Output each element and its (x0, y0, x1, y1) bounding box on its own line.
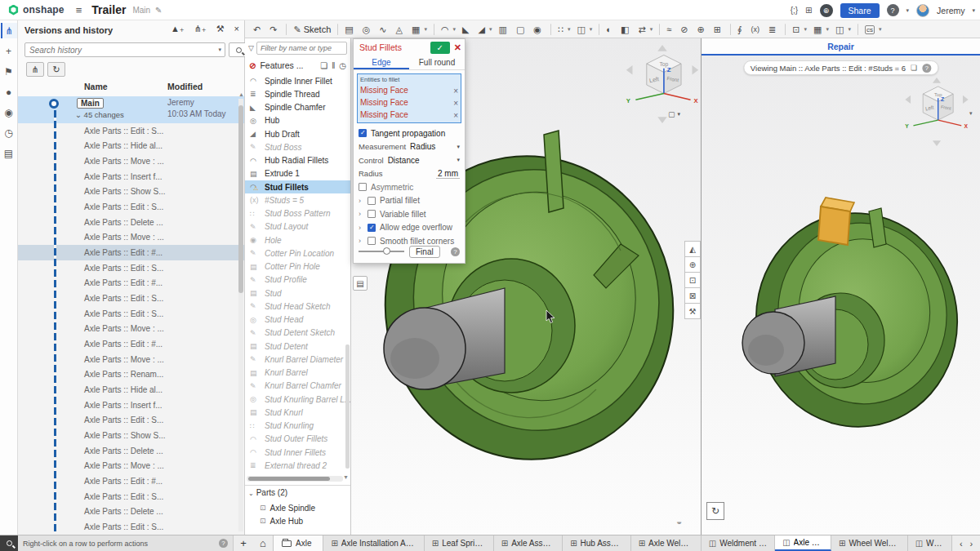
toolbar-button[interactable] (811, 22, 831, 37)
help-icon[interactable]: ? (887, 4, 899, 16)
parts-section-header[interactable]: ⌄Parts (2) (248, 488, 287, 497)
scroll-up-icon[interactable]: ▲ (238, 91, 244, 97)
part-item[interactable]: ⊡ Axle Hub (260, 514, 315, 527)
history-search-input[interactable] (25, 46, 218, 55)
history-row[interactable]: Axle Parts :: Insert f... (18, 398, 244, 413)
document-tab[interactable]: Axle Assembly (494, 535, 563, 551)
feature-item[interactable]: Stud Profile (245, 273, 350, 287)
create-version-icon[interactable]: + (1, 43, 17, 59)
history-row[interactable]: Axle Parts :: Hide al... (18, 139, 244, 154)
selection-filter-button[interactable]: ▤ (353, 276, 368, 291)
new-version-icon[interactable]: ▲₊ (171, 24, 185, 34)
expand-option-icon[interactable]: › (359, 210, 363, 218)
toolbar-button[interactable] (659, 24, 660, 35)
show-branches-toggle[interactable]: ⋔ (26, 62, 44, 77)
document-tab[interactable]: Leaf Spring Kit (425, 535, 494, 551)
accept-button[interactable]: ✓ (430, 42, 450, 54)
help-caret-icon[interactable]: ▾ (906, 7, 910, 14)
toolbar-button[interactable] (862, 22, 884, 37)
suspend-regeneration-icon[interactable]: ‖ (332, 61, 335, 70)
tab-edge[interactable]: Edge (354, 56, 409, 69)
feature-item[interactable]: Spindle Chamfer (245, 101, 350, 114)
delete-face-tool-icon[interactable]: ⊠ (684, 287, 701, 304)
versions-history-icon[interactable]: ⋔ (1, 23, 17, 38)
tabs-scroll-right-icon[interactable]: › (969, 539, 973, 549)
feature-item[interactable]: Hub Draft (245, 127, 350, 140)
user-avatar[interactable] (916, 4, 929, 17)
document-menu-icon[interactable]: ≡ (76, 4, 82, 16)
history-row[interactable]: Axle Parts :: Delete ... (18, 504, 244, 519)
history-row[interactable]: Axle Parts :: Move : ... (18, 322, 244, 337)
toolbar-button[interactable] (550, 24, 551, 35)
feature-item[interactable]: Hole (245, 233, 350, 247)
feature-item[interactable]: Stud Knurling Barrel L... (245, 393, 350, 406)
new-folder-icon[interactable]: ❏ (320, 61, 327, 70)
feature-item[interactable]: Knurl Barrel Chamfer (245, 380, 350, 393)
history-row[interactable]: Axle Parts :: Renam... (18, 367, 244, 383)
fix-tools-icon[interactable]: ⚒ (684, 303, 701, 319)
toolbar-button[interactable] (790, 22, 809, 37)
feature-item[interactable]: Stud Detent (245, 340, 350, 353)
onshape-logo-icon[interactable] (8, 5, 19, 16)
history-row[interactable]: Axle Parts :: Move : ... (18, 458, 244, 473)
history-row[interactable]: Axle Parts :: Show S... (18, 428, 244, 443)
repair-view-cube[interactable]: Top Left Front Z X Y (902, 76, 971, 149)
feature-item[interactable]: Stud Knurl (245, 406, 350, 419)
part-item[interactable]: ⊡ Axle Spindle (260, 501, 315, 514)
document-tab[interactable]: Weldment Parts (702, 535, 775, 551)
rename-pencil-icon[interactable]: ✎ (155, 6, 162, 15)
toolbar-button[interactable] (286, 24, 287, 35)
feature-filter-input[interactable] (256, 42, 347, 55)
toolbar-button[interactable] (434, 24, 434, 35)
history-row[interactable]: Axle Parts :: Move : ... (18, 230, 244, 246)
toolbar-button[interactable] (394, 22, 408, 37)
toolbar-button[interactable] (439, 22, 458, 37)
feature-item[interactable]: Knurl Barrel Diameter (245, 353, 350, 366)
heal-tool-icon[interactable]: ◭ (684, 241, 701, 257)
history-row[interactable]: Axle Parts :: Show S... (18, 184, 244, 200)
open-in-new-icon[interactable]: ❏ (911, 64, 917, 72)
toolbar-button[interactable] (785, 24, 786, 35)
toolbar-button[interactable] (604, 22, 617, 37)
history-row[interactable]: Axle Parts :: Insert f... (18, 169, 244, 184)
toolbar-button[interactable] (360, 22, 376, 37)
document-tab[interactable]: Wheel Weldment (831, 535, 908, 551)
feature-item[interactable]: Stud Head (245, 313, 350, 327)
history-row[interactable]: Axle Parts :: Edit : S... (18, 519, 244, 535)
toolbar-button[interactable] (460, 22, 474, 37)
history-row[interactable]: Axle Parts :: Edit : S... (18, 291, 244, 306)
control-dropdown[interactable]: Control Distance ▾ (354, 153, 465, 167)
view-cube[interactable]: Top Left Front Z X Y (623, 43, 701, 127)
user-caret-icon[interactable]: ▾ (972, 7, 975, 14)
user-name[interactable]: Jeremy (937, 6, 964, 16)
feature-item[interactable]: Stud Head Sketch (245, 300, 350, 313)
comments-icon[interactable]: ● (1, 84, 17, 100)
history-row[interactable]: Axle Parts :: Hide al... (18, 382, 244, 398)
toolbar-button[interactable] (766, 22, 781, 37)
expand-option-icon[interactable]: › (359, 197, 363, 205)
history-icon[interactable]: ◷ (1, 125, 17, 140)
toolbar-button[interactable] (599, 24, 599, 35)
option-checkbox[interactable] (368, 224, 376, 232)
history-row[interactable]: Axle Parts :: Move : ... (18, 352, 244, 367)
toolbar-button[interactable]: Sketch (291, 22, 333, 37)
toolbar-button[interactable] (337, 24, 338, 35)
toolbar-button[interactable] (574, 22, 595, 37)
asymmetric-checkbox[interactable] (359, 183, 367, 191)
option-checkbox[interactable] (368, 210, 376, 218)
feature-item[interactable]: Stud Boss (245, 140, 350, 153)
document-tab[interactable]: Hub Assembly (563, 535, 630, 551)
toolbar-button[interactable] (730, 24, 731, 35)
toolbar-button[interactable] (476, 22, 495, 37)
history-row[interactable]: Axle Parts :: Edit : S... (18, 412, 244, 428)
rotate-view-button[interactable]: ↻ (706, 502, 724, 520)
toolbar-button[interactable] (618, 22, 634, 37)
app-store-icon[interactable]: ⊞ (805, 6, 812, 15)
toolbar-button[interactable] (635, 22, 655, 37)
feature-item[interactable]: Hub Radial Fillets (245, 154, 350, 167)
history-row[interactable]: Axle Parts :: Delete ... (18, 443, 244, 459)
feature-item[interactable]: Stud (245, 287, 350, 300)
scroll-down-icon[interactable]: ▼ (343, 474, 349, 480)
option-checkbox[interactable] (368, 197, 376, 205)
dialog-help-icon[interactable]: ? (451, 247, 460, 256)
